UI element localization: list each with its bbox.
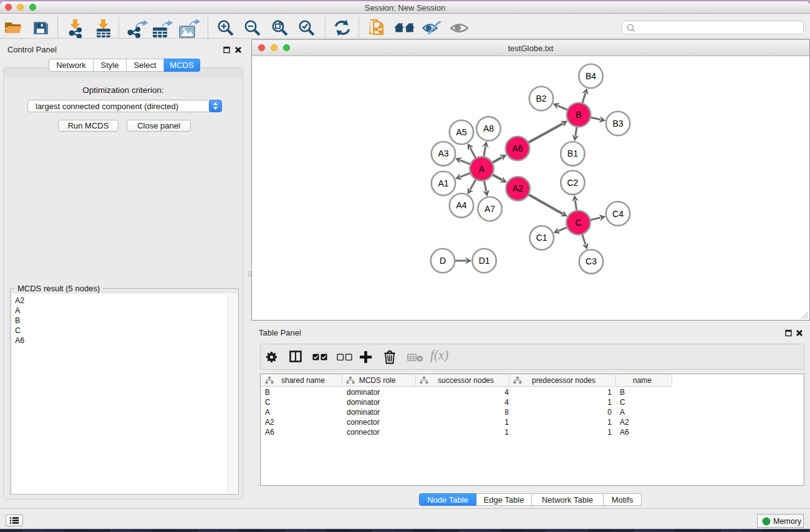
svg-text:D1: D1 xyxy=(478,256,489,266)
svg-text:C4: C4 xyxy=(612,208,624,218)
svg-text:A6: A6 xyxy=(512,143,523,153)
svg-text:A2: A2 xyxy=(513,183,523,193)
svg-text:C3: C3 xyxy=(586,256,597,266)
svg-text:A8: A8 xyxy=(483,123,493,133)
svg-text:A3: A3 xyxy=(438,148,448,158)
svg-text:D: D xyxy=(439,256,445,266)
svg-text:A5: A5 xyxy=(456,127,466,137)
svg-text:B: B xyxy=(576,110,581,120)
svg-text:A4: A4 xyxy=(456,200,466,210)
svg-text:C2: C2 xyxy=(567,177,578,187)
svg-text:B4: B4 xyxy=(585,71,595,81)
svg-text:C1: C1 xyxy=(536,233,547,243)
svg-text:A1: A1 xyxy=(438,178,448,188)
svg-text:A7: A7 xyxy=(485,204,495,214)
svg-text:B1: B1 xyxy=(567,148,577,158)
svg-text:C: C xyxy=(575,218,581,228)
svg-text:B2: B2 xyxy=(536,94,546,104)
svg-text:A: A xyxy=(478,163,485,173)
svg-text:B3: B3 xyxy=(612,118,623,128)
